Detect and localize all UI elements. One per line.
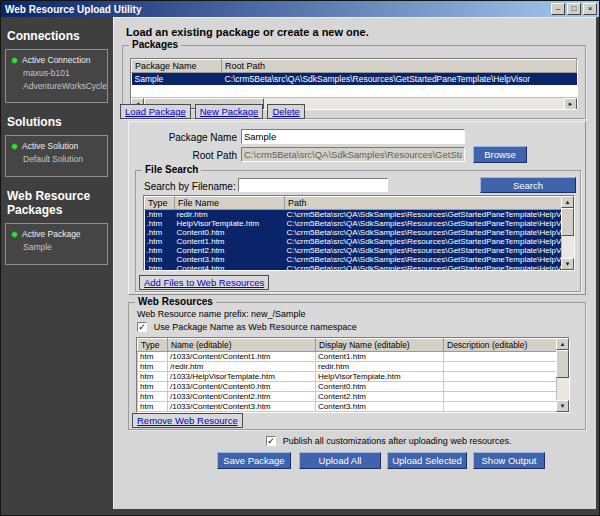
remove-web-resource-button[interactable]: Remove Web Resource [132,413,243,428]
web-resource-row[interactable]: htm/1033/Content/Content1.htmContent1.ht… [138,352,569,362]
cell[interactable]: Content4.htm [316,412,444,414]
page-title: Load an existing package or create a new… [126,26,369,38]
cell: .htm [145,219,175,228]
file-row[interactable]: .htmContent2.htmC:\crm5Beta\src\QA\SdkSa… [145,246,574,255]
grid-col-display-name[interactable]: Display Name (editable) [316,339,444,352]
scroll-thumb[interactable] [556,350,569,378]
web-resource-row[interactable]: htm/1033/Content/Content2.htmContent2.ht… [138,392,569,402]
file-list-vscrollbar[interactable]: ▲ ▼ [561,196,574,270]
active-package-group[interactable]: Active Package Sample [5,223,108,265]
cell[interactable]: /1033/Content/Content3.htm [168,402,316,412]
cell[interactable] [444,392,569,402]
namespace-checkbox[interactable]: ✓ [137,322,147,332]
file-row[interactable]: .htmContent4.htmC:\crm5Beta\src\QA\SdkSa… [145,264,574,271]
cell[interactable]: /1033/Content/Content1.htm [168,352,316,362]
maximize-icon[interactable]: □ [567,3,581,15]
file-row[interactable]: .htmHelpVisorTemplate.htmC:\crm5Beta\src… [145,219,574,228]
cell[interactable] [444,382,569,392]
scroll-up-icon[interactable]: ▲ [556,338,569,350]
package-name-input[interactable] [241,129,465,144]
cell[interactable] [444,352,569,362]
cell[interactable]: Content2.htm [316,392,444,402]
save-package-button[interactable]: Save Package [217,452,291,469]
cell[interactable]: htm [138,382,168,392]
web-resources-group-label: Web Resources [135,296,216,308]
grid-col-type[interactable]: Type [138,339,168,352]
minimize-icon[interactable]: – [551,3,565,15]
close-icon[interactable]: × [583,3,597,15]
cell[interactable] [444,412,569,414]
scroll-down-icon[interactable]: ▼ [556,400,569,412]
file-row[interactable]: .htmContent1.htmC:\crm5Beta\src\QA\SdkSa… [145,237,574,246]
package-row[interactable]: SampleC:\crm5Beta\src\QA\SdkSamples\Reso… [132,73,577,86]
cell[interactable]: htm [138,402,168,412]
cell[interactable]: Content1.htm [316,352,444,362]
file-row[interactable]: .htmContent0.htmC:\crm5Beta\src\QA\SdkSa… [145,228,574,237]
packages-list[interactable]: Package Name Root Path SampleC:\crm5Beta… [130,58,578,110]
cell[interactable] [444,402,569,412]
publish-checkbox[interactable]: ✓ [266,436,276,446]
files-col-file-name[interactable]: File Name [175,197,285,210]
web-resources-grid[interactable]: Type Name (editable) Display Name (edita… [136,337,570,413]
app-window: Web Resource Upload Utility – □ × Connec… [0,0,600,516]
files-col-type[interactable]: Type [145,197,175,210]
load-package-button[interactable]: Load Package [120,104,191,119]
packages-col-package-name[interactable]: Package Name [132,60,222,73]
grid-col-description[interactable]: Description (editable) [444,339,569,352]
cell[interactable]: /1033/Content/Content2.htm [168,392,316,402]
show-output-button[interactable]: Show Output [473,452,545,469]
files-col-path[interactable]: Path [285,197,574,210]
active-solution-group[interactable]: Active Solution Default Solution [5,135,108,177]
search-button[interactable]: Search [480,177,576,193]
cell[interactable]: HelpVisorTemplate.htm [316,372,444,382]
browse-button[interactable]: Browse [473,146,527,163]
web-resource-row[interactable]: htm/1033/Content/Content0.htmContent0.ht… [138,382,569,392]
file-row[interactable]: .htmredir.htmC:\crm5Beta\src\QA\SdkSampl… [145,210,574,220]
cell: .htm [145,264,175,271]
cell: Content4.htm [175,264,285,271]
connections-heading: Connections [7,29,109,43]
cell: .htm [145,228,175,237]
file-row[interactable]: .htmContent3.htmC:\crm5Beta\src\QA\SdkSa… [145,255,574,264]
cell[interactable] [444,372,569,382]
upload-all-button[interactable]: Upload All [299,452,381,469]
grid-col-name[interactable]: Name (editable) [168,339,316,352]
cell[interactable]: Content3.htm [316,402,444,412]
search-by-filename-label: Search by Filename: [144,181,236,192]
packages-col-root-path[interactable]: Root Path [222,60,577,73]
new-package-button[interactable]: New Package [195,104,264,119]
cell[interactable]: /1033/HelpVisorTemplate.htm [168,372,316,382]
file-search-list[interactable]: Type File Name Path .htmredir.htmC:\crm5… [143,195,575,271]
cell[interactable]: redir.htm [316,362,444,372]
scroll-right-icon[interactable]: ► [564,98,577,110]
grid-vscrollbar[interactable]: ▲ ▼ [556,338,569,412]
scroll-thumb[interactable] [561,208,574,236]
package-name-label: Package Name [129,132,237,143]
scroll-up-icon[interactable]: ▲ [561,196,574,208]
file-search-group: File Search Search by Filename: Search T… [135,170,581,292]
filename-search-input[interactable] [238,178,388,192]
cell[interactable]: htm [138,362,168,372]
cell[interactable]: htm [138,372,168,382]
cell[interactable]: Content0.htm [316,382,444,392]
scroll-down-icon[interactable]: ▼ [561,258,574,270]
delete-package-button[interactable]: Delete [267,104,304,119]
cell[interactable] [444,362,569,372]
web-resource-packages-heading: Web Resource Packages [7,189,109,217]
web-resource-row[interactable]: htm/1033/Content/Content3.htmContent3.ht… [138,402,569,412]
web-resource-prefix-label: Web Resource name prefix: new_/Sample [137,309,305,319]
cell: .htm [145,255,175,264]
title-bar[interactable]: Web Resource Upload Utility – □ × [1,1,599,17]
cell: Content0.htm [175,228,285,237]
add-files-button[interactable]: Add Files to Web Resources [139,275,269,290]
upload-selected-button[interactable]: Upload Selected [387,452,467,469]
status-green-icon [11,231,18,238]
cell[interactable]: /redir.htm [168,362,316,372]
cell[interactable]: htm [138,352,168,362]
cell: C:\crm5Beta\src\QA\SdkSamples\Resources\… [285,246,574,255]
active-connection-group[interactable]: Active Connection maxus-b101 AdventureWo… [5,49,108,103]
web-resource-row[interactable]: htm/1033/HelpVisorTemplate.htmHelpVisorT… [138,372,569,382]
cell[interactable]: /1033/Content/Content0.htm [168,382,316,392]
cell[interactable]: htm [138,392,168,402]
web-resource-row[interactable]: htm/redir.htmredir.htm [138,362,569,372]
